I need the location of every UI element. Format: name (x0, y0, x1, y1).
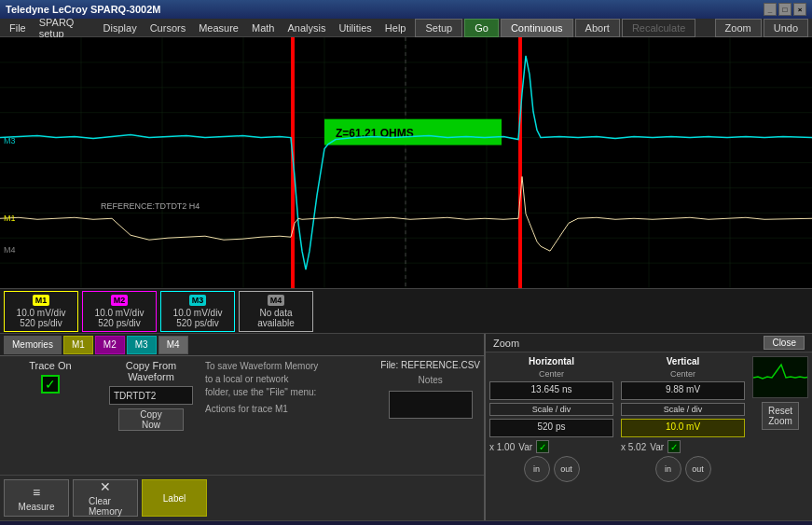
horizontal-scale-value[interactable]: 520 ps (489, 419, 613, 437)
zoom-panel-header: Zoom Close (486, 334, 812, 352)
zoom-close-button[interactable]: Close (764, 336, 805, 350)
reset-zoom-button[interactable]: ResetZoom (762, 402, 799, 430)
notes-textarea[interactable] (389, 391, 473, 419)
menu-bar: File SPARQ setup Display Cursors Measure… (0, 19, 812, 37)
ch-m4-info: M4 No data available (239, 291, 313, 332)
maximize-button[interactable]: □ (778, 3, 791, 16)
zoom-content: Horizontal Center 13.645 ns Scale / div … (486, 352, 812, 520)
tab-m2[interactable]: M2 (95, 336, 125, 354)
ch-m3-info: M3 10.0 mV/div 520 ps/div (160, 291, 235, 332)
window-controls: _ □ × (764, 3, 806, 16)
zoom-button[interactable]: Zoom (715, 19, 762, 37)
vertical-section: Vertical Center 9.88 mV Scale / div 10.0… (621, 356, 745, 517)
tab-m1[interactable]: M1 (63, 336, 93, 354)
copy-now-button[interactable]: CopyNow (118, 408, 184, 431)
label-button[interactable]: Label (142, 479, 207, 517)
setup-button[interactable]: Setup (415, 19, 462, 37)
copy-section: Copy From Waveform CopyNow (104, 360, 198, 471)
info-section: To save Waveform Memoryto a local or net… (205, 360, 480, 471)
zoom-panel: Zoom Close Horizontal Center 13.645 ns S… (485, 334, 812, 520)
horizontal-title: Horizontal (489, 356, 613, 366)
abort-button[interactable]: Abort (575, 19, 620, 37)
vertical-multiplier: x 5.02 Var ✓ (621, 440, 745, 453)
vertical-scale-value[interactable]: 10.0 mV (621, 419, 745, 437)
horizontal-in-button[interactable]: in (524, 456, 550, 482)
ch-m2-line1: 10.0 mV/div (95, 308, 145, 318)
bottom-panel: Memories M1 M2 M3 M4 Trace On ✓ Copy Fro… (0, 334, 812, 520)
vertical-subtitle: Center (621, 369, 745, 379)
app-title: Teledyne LeCroy SPARQ-3002M (6, 4, 160, 15)
vertical-scale-label: Scale / div (621, 403, 745, 416)
close-button[interactable]: × (793, 3, 806, 16)
scope-display: Z=61.21 OHMS REFERENCE:TDTDT2 H4 M3 M1 M… (0, 37, 812, 289)
notes-label: Notes (419, 374, 443, 387)
horizontal-multiplier: x 1.00 Var ✓ (489, 440, 613, 453)
ch-m3-line2: 520 ps/div (176, 318, 219, 328)
waveform-svg: Z=61.21 OHMS REFERENCE:TDTDT2 H4 M3 M1 M… (0, 37, 812, 288)
ch-m2-badge: M2 (111, 295, 129, 306)
ch-m2-info: M2 10.0 mV/div 520 ps/div (82, 291, 157, 332)
vertical-var-checkbox[interactable]: ✓ (667, 440, 681, 453)
main-bottom-content: Trace On ✓ Copy From Waveform CopyNow To… (0, 356, 484, 475)
title-bar: Teledyne LeCroy SPARQ-3002M _ □ × (0, 0, 812, 19)
recalculate-button[interactable]: Recalculate (622, 19, 695, 37)
menu-measure[interactable]: Measure (193, 21, 244, 35)
status-bar: TELEDYNE LECROY 28/03/2017 13:08:44 (0, 520, 812, 525)
file-label: File: REFERENCE.CSV (380, 360, 480, 370)
menu-help[interactable]: Help (379, 21, 412, 35)
tab-memories[interactable]: Memories (4, 336, 62, 354)
ch-m1-info: M1 10.0 mV/div 520 ps/div (4, 291, 78, 332)
measure-button[interactable]: ≡ Measure (4, 479, 69, 517)
ch-m1-badge: M1 (33, 295, 50, 306)
horizontal-var-label: Var (518, 442, 532, 452)
trace-section: Trace On ✓ (4, 360, 97, 471)
horizontal-center-value[interactable]: 13.645 ns (489, 381, 613, 400)
ch-m1-line2: 520 ps/div (20, 318, 62, 328)
menu-math[interactable]: Math (246, 21, 280, 35)
clear-label: ClearMemory (89, 496, 122, 517)
measure-label: Measure (19, 502, 55, 512)
trace-on-label: Trace On (4, 360, 97, 371)
tab-bar: Memories M1 M2 M3 M4 (0, 334, 484, 356)
ch-m1-line1: 10.0 mV/div (17, 308, 66, 318)
clear-memory-button[interactable]: ✕ ClearMemory (73, 479, 138, 517)
vertical-in-button[interactable]: in (655, 456, 681, 482)
ch-m3-line1: 10.0 mV/div (173, 308, 223, 318)
zoom-title: Zoom (493, 338, 519, 349)
ch-info-bar: M1 10.0 mV/div 520 ps/div M2 10.0 mV/div… (0, 289, 812, 334)
minimize-button[interactable]: _ (764, 3, 777, 16)
measure-icon: ≡ (33, 485, 40, 500)
ch-m4-line1: No data (259, 308, 292, 318)
menu-file[interactable]: File (4, 21, 32, 35)
menu-analysis[interactable]: Analysis (282, 21, 331, 35)
svg-text:M3: M3 (4, 136, 15, 145)
horizontal-inout-row: in out (489, 456, 613, 482)
go-button[interactable]: Go (464, 19, 499, 37)
save-info-text: To save Waveform Memoryto a local or net… (205, 360, 373, 399)
vertical-inout-row: in out (621, 456, 745, 482)
continuous-button[interactable]: Continuous (501, 19, 573, 37)
label-btn-label: Label (163, 493, 186, 504)
svg-rect-20 (518, 37, 522, 288)
horizontal-var-checkbox[interactable]: ✓ (536, 440, 549, 453)
menu-display[interactable]: Display (98, 21, 143, 35)
undo-button[interactable]: Undo (764, 19, 808, 37)
svg-text:M1: M1 (4, 214, 15, 223)
tab-m4[interactable]: M4 (158, 336, 188, 354)
vertical-var-label: Var (650, 442, 664, 452)
trace-on-checkbox[interactable]: ✓ (41, 375, 60, 394)
ch-m2-line2: 520 ps/div (98, 318, 141, 328)
vertical-center-value[interactable]: 9.88 mV (621, 381, 745, 400)
tab-m3[interactable]: M3 (127, 336, 157, 354)
menu-utilities[interactable]: Utilities (333, 21, 377, 35)
svg-text:REFERENCE:TDTDT2 H4: REFERENCE:TDTDT2 H4 (101, 201, 200, 211)
vertical-out-button[interactable]: out (685, 456, 711, 482)
waveform-source-input[interactable] (109, 386, 193, 405)
menu-cursors[interactable]: Cursors (145, 21, 192, 35)
buttons-row: ≡ Measure ✕ ClearMemory Label (0, 475, 484, 520)
trace-on-checkbox-container: ✓ (4, 375, 97, 394)
horizontal-out-button[interactable]: out (554, 456, 580, 482)
ch-m3-badge: M3 (189, 295, 207, 306)
clear-icon: ✕ (100, 479, 111, 494)
horizontal-scale-label: Scale / div (489, 403, 613, 416)
